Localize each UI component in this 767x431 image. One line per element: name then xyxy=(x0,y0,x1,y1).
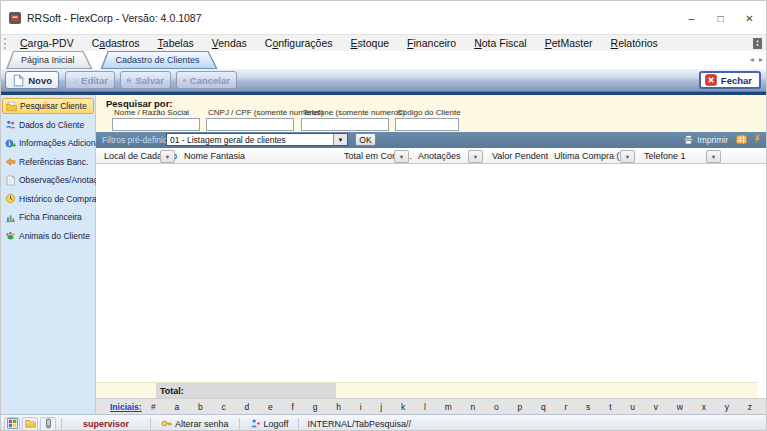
initial-letter-m[interactable]: m xyxy=(445,402,452,412)
minimize-button[interactable] xyxy=(677,7,706,29)
initial-letter-e[interactable]: e xyxy=(268,402,273,412)
separator xyxy=(239,418,240,430)
novo-button[interactable]: Novo xyxy=(5,71,59,89)
financial-chart-icon xyxy=(5,212,16,223)
tab-cadastro-de-clientes[interactable]: Cadastro de Clientes xyxy=(101,51,218,69)
initial-letter-s[interactable]: s xyxy=(586,402,590,412)
editar-button[interactable]: Editar xyxy=(65,71,115,89)
initial-letter-c[interactable]: c xyxy=(222,402,226,412)
column-header-total-em-compr[interactable]: Total em Compr... xyxy=(338,148,412,163)
sidebar-item-referencias-banc[interactable]: Referências Banc. xyxy=(2,154,94,170)
initials-label[interactable]: Iniciais: xyxy=(110,402,142,412)
table-body[interactable] xyxy=(96,164,767,382)
initial-letter-w[interactable]: w xyxy=(677,402,683,412)
search-folder-icon xyxy=(6,101,17,112)
menu-item-tabelas[interactable]: Tabelas xyxy=(149,37,203,49)
initial-letter-o[interactable]: o xyxy=(494,402,499,412)
separator xyxy=(61,418,62,430)
initial-letter-d[interactable]: d xyxy=(245,402,250,412)
folder-icon[interactable] xyxy=(22,417,38,431)
column-header-local-de-cadastro[interactable]: Local de Cadastro xyxy=(98,148,178,163)
menu-item-nota-fiscal[interactable]: Nota Fiscal xyxy=(465,37,536,49)
menu-item-configuracoes[interactable]: Configurações xyxy=(256,37,342,49)
printer-icon xyxy=(683,134,694,145)
menu-item-carga-pdv[interactable]: Carga-PDV xyxy=(11,37,83,49)
menu-item-cadastros[interactable]: Cadastros xyxy=(83,37,149,49)
apps-grid-icon[interactable] xyxy=(4,417,20,431)
cancelar-button[interactable]: Cancelar xyxy=(176,71,237,89)
salvar-button[interactable]: Salvar xyxy=(120,71,171,89)
title-bar: RRSoft - FlexCorp - Versão: 4.0.1087 xyxy=(1,1,766,34)
maximize-button[interactable] xyxy=(706,7,735,29)
initial-letter-p[interactable]: p xyxy=(518,402,523,412)
close-window-button[interactable] xyxy=(735,7,764,29)
sidebar-item-dados-do-cliente[interactable]: Dados do Cliente xyxy=(2,117,94,133)
initial-letter-z[interactable]: z xyxy=(748,402,752,412)
imprimir-button[interactable]: Imprimir xyxy=(683,134,728,145)
initial-letter-q[interactable]: q xyxy=(541,402,546,412)
sidebar-item-animais-do-cliente[interactable]: Animais do Cliente xyxy=(2,228,94,244)
key-icon xyxy=(161,418,172,429)
wand-icon[interactable] xyxy=(751,134,762,145)
sidebar-item-pesquisar-cliente[interactable]: Pesquisar Cliente xyxy=(2,98,94,114)
menu-overflow-icon[interactable] xyxy=(753,38,762,49)
initial-letter-y[interactable]: y xyxy=(725,402,729,412)
initial-letter-l[interactable]: l xyxy=(424,402,426,412)
ok-button[interactable]: OK xyxy=(355,133,376,146)
combo-dropdown-icon[interactable] xyxy=(333,134,347,145)
column-filter-icon[interactable] xyxy=(468,150,483,163)
alterar-senha-button[interactable]: Alterar senha xyxy=(153,418,237,429)
search-input-nome-razao-social[interactable] xyxy=(112,118,200,131)
column-filter-icon[interactable] xyxy=(160,150,175,163)
column-header-telefone-1[interactable]: Telefone 1 xyxy=(638,148,724,163)
alterar-senha-label: Alterar senha xyxy=(175,419,229,429)
filter-bar: Filtros pré-definidos: 01 - Listagem ger… xyxy=(96,132,767,148)
menu-item-vendas[interactable]: Vendas xyxy=(203,37,256,49)
column-filter-icon[interactable] xyxy=(394,150,409,163)
search-input-codigo-do-cliente[interactable] xyxy=(395,118,459,131)
edit-pencil-icon xyxy=(72,74,77,87)
initial-letter-a[interactable]: a xyxy=(175,402,180,412)
menu-item-relatorios[interactable]: Relatórios xyxy=(602,37,667,49)
column-header-nome-fantasia[interactable]: Nome Fantasia xyxy=(178,148,338,163)
predefined-filter-select[interactable]: 01 - Listagem geral de clientes xyxy=(166,133,348,146)
menu-item-petmaster[interactable]: PetMaster xyxy=(536,37,602,49)
initial-letter-r[interactable]: r xyxy=(565,402,568,412)
logoff-button[interactable]: Logoff xyxy=(242,418,297,429)
pets-icon xyxy=(5,230,16,241)
search-input-cnpj-cpf-somente-numeros[interactable] xyxy=(206,118,294,131)
sidebar-item-observacoes-anotacoes[interactable]: Observações/Anotações xyxy=(2,172,94,188)
column-filter-icon[interactable] xyxy=(620,150,635,163)
column-filter-icon[interactable] xyxy=(706,150,721,163)
column-header-ultima-compra[interactable]: Ultima Compra (... xyxy=(548,148,638,163)
initial-letter-g[interactable]: g xyxy=(313,402,318,412)
initial-letter-u[interactable]: u xyxy=(630,402,635,412)
initial-letter-h[interactable]: h xyxy=(336,402,341,412)
toolbar: NovoEditarSalvarCancelar Fechar xyxy=(1,69,766,92)
initial-letter-i[interactable]: i xyxy=(360,402,362,412)
initial-letter-j[interactable]: j xyxy=(380,402,382,412)
initial-letter-f[interactable]: f xyxy=(292,402,294,412)
sidebar-item-historico-de-compras[interactable]: Histórico de Compras xyxy=(2,191,94,207)
initial-letter-n[interactable]: n xyxy=(471,402,476,412)
search-panel: Pesquisar por: Nome / Razão SocialCNPJ /… xyxy=(96,95,767,132)
sidebar-item-informacoes-adicionais[interactable]: Informações Adicionais xyxy=(2,135,94,151)
menu-item-estoque[interactable]: Estoque xyxy=(342,37,399,49)
initial-letter-x[interactable]: x xyxy=(702,402,706,412)
column-header-anotacoes[interactable]: Anotações xyxy=(412,148,486,163)
initial-letter-k[interactable]: k xyxy=(401,402,405,412)
initial-letter-t[interactable]: t xyxy=(609,402,611,412)
initial-letter-hash[interactable]: # xyxy=(151,402,156,412)
menu-item-financeiro[interactable]: Financeiro xyxy=(398,37,465,49)
tab-scroll-right-icon[interactable] xyxy=(759,55,763,64)
initial-letter-b[interactable]: b xyxy=(198,402,203,412)
fechar-button[interactable]: Fechar xyxy=(699,71,761,89)
sidebar-item-ficha-financeira[interactable]: Ficha Financeira xyxy=(2,209,94,225)
tab-scroll-left-icon[interactable] xyxy=(750,55,757,64)
phone-icon[interactable] xyxy=(40,417,56,431)
tab-pagina-inicial[interactable]: Página Inicial xyxy=(6,51,93,69)
search-input-telefone-somente-numeros[interactable] xyxy=(301,118,389,131)
initial-letter-v[interactable]: v xyxy=(654,402,658,412)
grid-export-icon[interactable] xyxy=(736,134,747,145)
column-header-valor-pendente[interactable]: Valor Pendente xyxy=(486,148,548,163)
